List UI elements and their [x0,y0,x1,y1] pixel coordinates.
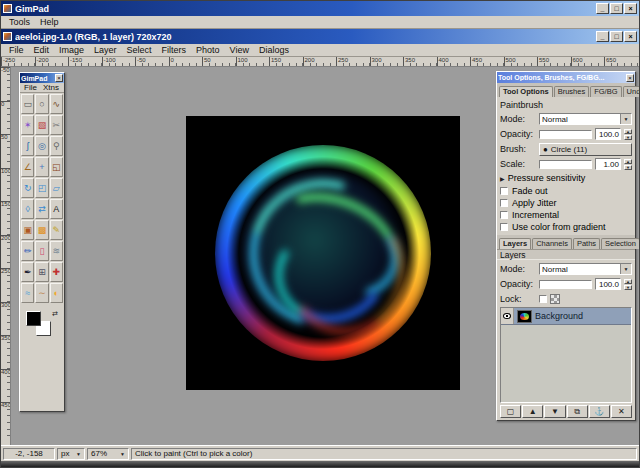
zoom-select[interactable]: 67% ▼ [87,448,129,460]
layers-dock-tab[interactable]: Layers [499,238,531,249]
chevron-down-icon[interactable]: ▼ [620,114,631,124]
select-by-color-tool[interactable]: ▧ [35,115,48,135]
image-menu-item[interactable]: View [225,45,254,55]
toolbox-titlebar[interactable]: GimPad × [20,73,64,83]
free-select-tool[interactable]: ∿ [50,94,63,114]
heal-tool[interactable]: ✚ [50,262,63,282]
option-checkbox[interactable]: Apply Jitter [500,197,632,209]
move-tool[interactable]: + [35,157,48,177]
spin-down-icon[interactable]: ▼ [624,165,632,170]
raise-layer-button[interactable]: ▲ [522,405,543,418]
image-menu-item[interactable]: Image [54,45,89,55]
spin-up-icon[interactable]: ▲ [624,159,632,164]
paths-tool[interactable]: ʃ [21,136,34,156]
dock-titlebar[interactable]: Tool Options, Brushes, FG/BG... × [497,72,635,83]
duplicate-layer-button[interactable]: ⧉ [567,405,588,418]
lock-checkbox[interactable] [539,295,547,303]
dock-tab[interactable]: Tool Options [499,86,553,97]
dock-tab[interactable]: Brushes [554,86,590,97]
swap-colors-icon[interactable]: ⇄ [52,310,58,318]
flip-tool[interactable]: ⇄ [35,199,48,219]
image-menu-item[interactable]: Select [122,45,157,55]
eraser-tool[interactable]: ▯ [35,241,48,261]
toolbox-close-button[interactable]: × [55,74,63,82]
new-layer-button[interactable]: ▢ [500,405,521,418]
airbrush-tool[interactable]: ≋ [50,241,63,261]
image-maximize-button[interactable]: □ [610,31,623,42]
measure-tool[interactable]: ∠ [21,157,34,177]
scale-tool[interactable]: ◰ [35,178,48,198]
lock-alpha-icon[interactable] [550,294,560,304]
spin-up-icon[interactable]: ▲ [624,279,632,284]
dock-tab[interactable]: Undo [623,86,639,97]
smudge-tool[interactable]: ∼ [35,283,48,303]
layers-dock-tab[interactable]: Channels [532,238,572,249]
magnify-tool[interactable]: ⚲ [50,136,63,156]
paint-mode-select[interactable]: Normal ▼ [539,113,632,125]
app-menu-item[interactable]: Help [35,17,64,27]
maximize-button[interactable]: □ [610,3,623,14]
rect-select-tool[interactable]: ▭ [21,94,34,114]
ellipse-select-tool[interactable]: ○ [35,94,48,114]
shear-tool[interactable]: ▱ [50,178,63,198]
option-checkbox[interactable]: Use color from gradient [500,221,632,233]
rotate-tool[interactable]: ↻ [21,178,34,198]
paintbrush-tool[interactable]: ✏ [21,241,34,261]
image-menu-item[interactable]: Edit [29,45,55,55]
dock-tab[interactable]: FG/BG [590,86,621,97]
image-minimize-button[interactable]: _ [596,31,609,42]
pencil-tool[interactable]: ✎ [50,220,63,240]
perspective-tool[interactable]: ◊ [21,199,34,219]
layer-row[interactable]: Background [501,308,631,325]
fuzzy-select-tool[interactable]: ✶ [21,115,34,135]
eye-icon [503,313,511,319]
spin-down-icon[interactable]: ▼ [624,135,632,140]
chevron-down-icon[interactable]: ▼ [620,264,631,274]
image-menu-item[interactable]: Filters [157,45,192,55]
image-canvas[interactable] [186,116,460,390]
app-menu-item[interactable]: Tools [4,17,35,27]
image-menu-item[interactable]: File [4,45,29,55]
minimize-button[interactable]: _ [596,3,609,14]
image-close-button[interactable]: × [624,31,637,42]
clone-tool[interactable]: ⊞ [35,262,48,282]
image-menu-item[interactable]: Photo [191,45,225,55]
horizontal-ruler[interactable]: -250-200-150-100-50050100150200250300350… [1,57,639,67]
toolbox-menu-item[interactable]: Xtns [41,83,61,92]
spin-up-icon[interactable]: ▲ [624,129,632,134]
layer-opacity-slider[interactable] [539,280,592,289]
toolbox-menu-item[interactable]: File [22,83,39,92]
image-menu-item[interactable]: Dialogs [254,45,294,55]
option-checkbox[interactable]: Fade out [500,185,632,197]
lower-layer-button[interactable]: ▼ [544,405,565,418]
close-button[interactable]: × [624,3,637,14]
blur-sharpen-tool[interactable]: ≈ [21,283,34,303]
dock-close-button[interactable]: × [626,74,634,82]
scale-slider[interactable] [539,160,592,169]
spin-down-icon[interactable]: ▼ [624,285,632,290]
opacity-slider[interactable] [539,130,592,139]
pressure-sensitivity-expander[interactable]: ▶ Pressure sensitivity [500,172,632,184]
bucket-fill-tool[interactable]: ▣ [21,220,34,240]
text-tool[interactable]: A [50,199,63,219]
image-menu-item[interactable]: Layer [89,45,122,55]
blend-tool[interactable]: ▩ [35,220,48,240]
unit-select[interactable]: px ▼ [57,448,85,460]
layers-dock-tab[interactable]: Selection [601,238,639,249]
visibility-cell[interactable] [501,308,514,324]
scissors-select-tool[interactable]: ✂ [50,115,63,135]
brush-select-button[interactable]: ● Circle (11) [539,143,632,156]
foreground-color-swatch[interactable] [26,311,41,326]
anchor-layer-button[interactable]: ⚓ [589,405,610,418]
ink-tool[interactable]: ✒ [21,262,34,282]
option-checkbox[interactable]: Incremental [500,209,632,221]
layers-dock-tab[interactable]: Paths [573,238,600,249]
main-titlebar[interactable]: GimPad _ □ × [1,1,639,16]
dodge-burn-tool[interactable]: ◐ [50,283,63,303]
layer-mode-select[interactable]: Normal ▼ [539,263,632,275]
crop-tool[interactable]: ◱ [50,157,63,177]
delete-layer-button[interactable]: ✕ [611,405,632,418]
color-picker-tool[interactable]: ◎ [35,136,48,156]
image-titlebar[interactable]: aeeloi.jpg-1.0 (RGB, 1 layer) 720x720 _ … [1,29,639,44]
vertical-ruler[interactable]: -50050100150200250300350400450 [1,67,11,445]
